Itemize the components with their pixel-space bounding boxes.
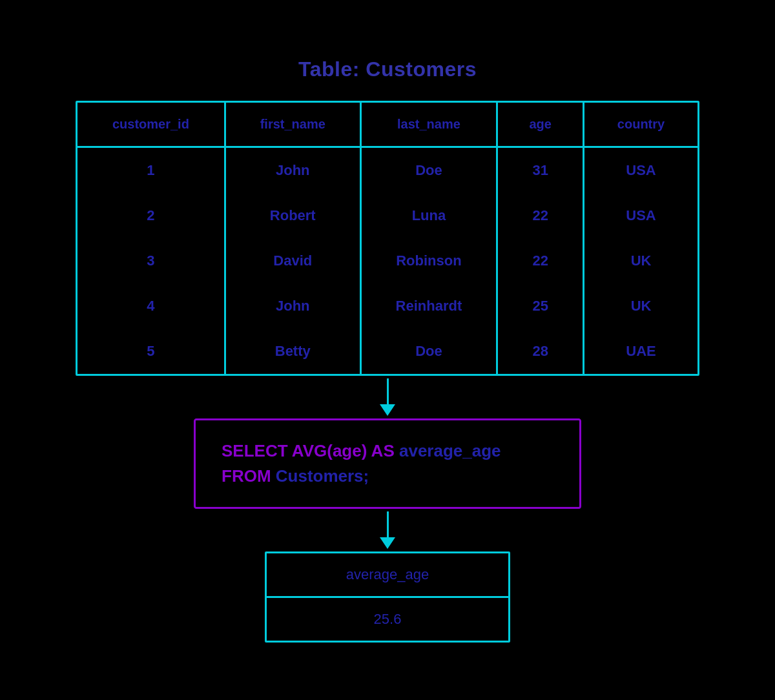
- cell-age-4: 25: [497, 283, 584, 329]
- table-body: 1JohnDoe31USA2RobertLuna22USA3DavidRobin…: [78, 147, 698, 375]
- sql-line-2: FROM Customers;: [222, 464, 553, 489]
- cell-customer_id-4: 4: [78, 283, 225, 329]
- arrow-line-1: [387, 378, 389, 404]
- customers-table-wrapper: customer_id first_name last_name age cou…: [76, 101, 699, 376]
- col-header-age: age: [497, 103, 584, 147]
- main-container: Table: Customers customer_id first_name …: [76, 32, 699, 668]
- sql-from-keyword: FROM: [222, 466, 276, 486]
- sql-select-keyword: SELECT AVG(age) AS: [222, 441, 399, 460]
- cell-customer_id-1: 1: [78, 147, 225, 194]
- table-row: 4JohnReinhardt25UK: [78, 283, 698, 329]
- arrow-table-to-sql: [380, 378, 395, 416]
- cell-country-3: UK: [584, 238, 698, 283]
- arrow-sql-to-result: [380, 511, 395, 549]
- cell-age-3: 22: [497, 238, 584, 283]
- col-header-customer-id: customer_id: [78, 103, 225, 147]
- cell-first_name-3: David: [225, 238, 360, 283]
- table-row: 3DavidRobinson22UK: [78, 238, 698, 283]
- cell-country-1: USA: [584, 147, 698, 194]
- table-row: 2RobertLuna22USA: [78, 193, 698, 238]
- cell-first_name-1: John: [225, 147, 360, 194]
- table-row: 1JohnDoe31USA: [78, 147, 698, 194]
- cell-age-5: 28: [497, 329, 584, 374]
- col-header-country: country: [584, 103, 698, 147]
- cell-first_name-5: Betty: [225, 329, 360, 374]
- cell-customer_id-3: 3: [78, 238, 225, 283]
- cell-last_name-2: Luna: [360, 193, 497, 238]
- sql-query-box: SELECT AVG(age) AS average_age FROM Cust…: [194, 418, 581, 509]
- result-value: 25.6: [267, 598, 508, 641]
- cell-first_name-2: Robert: [225, 193, 360, 238]
- cell-customer_id-2: 2: [78, 193, 225, 238]
- sql-line-1: SELECT AVG(age) AS average_age: [222, 438, 553, 464]
- cell-last_name-1: Doe: [360, 147, 497, 194]
- customers-table: customer_id first_name last_name age cou…: [78, 103, 698, 374]
- cell-age-1: 31: [497, 147, 584, 194]
- col-header-first-name: first_name: [225, 103, 360, 147]
- sql-table-name: Customers;: [276, 466, 369, 486]
- cell-last_name-4: Reinhardt: [360, 283, 497, 329]
- arrow-head-1: [380, 404, 395, 416]
- cell-country-5: UAE: [584, 329, 698, 374]
- cell-country-2: USA: [584, 193, 698, 238]
- result-column-header: average_age: [267, 553, 508, 598]
- arrow-head-2: [380, 537, 395, 549]
- sql-alias: average_age: [399, 441, 501, 460]
- table-row: 5BettyDoe28UAE: [78, 329, 698, 374]
- arrow-line-2: [387, 511, 389, 537]
- col-header-last-name: last_name: [360, 103, 497, 147]
- cell-last_name-3: Robinson: [360, 238, 497, 283]
- table-header-row: customer_id first_name last_name age cou…: [78, 103, 698, 147]
- cell-first_name-4: John: [225, 283, 360, 329]
- cell-country-4: UK: [584, 283, 698, 329]
- page-title: Table: Customers: [298, 57, 477, 81]
- cell-last_name-5: Doe: [360, 329, 497, 374]
- cell-customer_id-5: 5: [78, 329, 225, 374]
- result-table-wrapper: average_age 25.6: [265, 551, 510, 643]
- cell-age-2: 22: [497, 193, 584, 238]
